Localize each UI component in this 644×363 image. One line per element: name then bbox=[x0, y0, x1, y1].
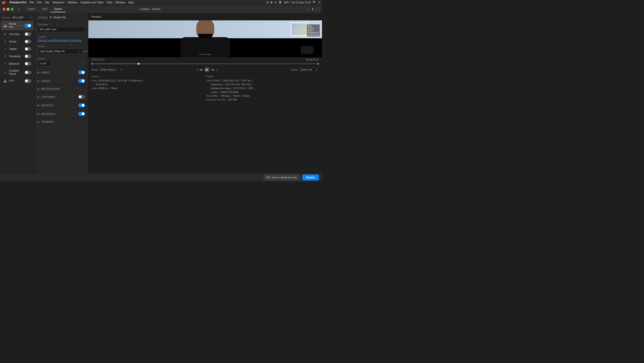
menu-clip[interactable]: Clip bbox=[45, 1, 50, 4]
location-link[interactable]: /Volume_ugust/Photography Purchases/ bbox=[38, 39, 85, 42]
playback-controls: ⟨ ⏮ ▶ ⏭ ⟩ bbox=[196, 67, 218, 72]
font-icon[interactable]: A bbox=[275, 1, 276, 4]
section-audio[interactable]: ▶ AUDIO bbox=[35, 77, 88, 85]
step-forward-button[interactable]: ⏭ bbox=[212, 68, 215, 71]
menu-sequence[interactable]: Sequence bbox=[52, 1, 64, 4]
sidebar-item-youtube[interactable]: ▶ YouTube bbox=[1, 31, 34, 38]
main-area: Source: MVI_0967 ••• 📤 Media File ••• ▶ … bbox=[0, 14, 322, 173]
video-toggle[interactable] bbox=[78, 71, 85, 74]
tab-export[interactable]: Export bbox=[50, 6, 66, 12]
youtube-toggle[interactable] bbox=[24, 32, 31, 36]
sidebar-item-creative-cloud[interactable]: ☁ Creative Cloud bbox=[1, 68, 34, 77]
video-preview[interactable]: ItalyFranceSpainSwitzerlandNetherlands T… bbox=[88, 20, 322, 57]
menu-graphics[interactable]: Graphics and Titles bbox=[80, 1, 104, 4]
twitter-icon: 𝕏 bbox=[3, 48, 7, 51]
timeline-track[interactable] bbox=[94, 63, 316, 64]
sidebar-item-label-vimeo: Vimeo bbox=[9, 40, 23, 43]
sidebar-item-ftp[interactable]: 📤 FTP bbox=[1, 78, 34, 84]
home-icon[interactable]: ⌂ bbox=[18, 7, 20, 11]
sidebar-item-label-media-file: Media File bbox=[9, 22, 18, 29]
section-captions[interactable]: ▶ CAPTIONS bbox=[35, 92, 88, 101]
section-multiplexer[interactable]: ▶ MULTIPLEXER bbox=[35, 85, 88, 92]
section-metadata[interactable]: ▶ METADATA bbox=[35, 109, 88, 118]
output-video-color: 203 (75% HLG, 58% PQ) bbox=[226, 83, 250, 86]
timeline-playhead[interactable] bbox=[138, 63, 140, 65]
send-to-encoder-button[interactable]: Me Send to Media Encoder bbox=[264, 175, 300, 180]
tab-edit[interactable]: Edit bbox=[39, 6, 51, 12]
sidebar-item-label-youtube: YouTube bbox=[9, 33, 23, 36]
ftp-toggle[interactable] bbox=[24, 79, 31, 83]
audio-chevron-icon: ▶ bbox=[38, 80, 40, 82]
preset-field: Preset High Quality 1080p HD Match Sourc… bbox=[35, 44, 88, 56]
export-button[interactable]: Export bbox=[302, 175, 319, 180]
section-general[interactable]: ▶ GENERAL bbox=[35, 118, 88, 125]
menu-edit[interactable]: Edit bbox=[37, 1, 42, 4]
preset-more-icon[interactable]: ••• bbox=[84, 50, 88, 53]
search-icon[interactable]: 🔍 bbox=[313, 1, 316, 4]
menu-view[interactable]: View bbox=[107, 1, 112, 4]
audio-toggle[interactable] bbox=[78, 79, 85, 83]
output-video-label: Video: bbox=[206, 80, 213, 82]
output-audio-label: Audio: bbox=[206, 95, 213, 97]
menu-window[interactable]: Window bbox=[116, 1, 125, 4]
timeline-bar[interactable] bbox=[88, 62, 322, 66]
mark-in-button[interactable]: ⟨ bbox=[196, 68, 198, 71]
output-audio-channels: Stereo bbox=[243, 95, 250, 97]
video-picture bbox=[291, 23, 308, 36]
menu-help[interactable]: Help bbox=[128, 1, 134, 4]
preview-panel: Preview ItalyFranceSpainSwitzerlandNethe… bbox=[88, 14, 322, 173]
media-file-toggle[interactable] bbox=[24, 24, 31, 28]
grid-icon[interactable]: ⊞ bbox=[266, 1, 268, 4]
mark-out-button[interactable]: ⟩ bbox=[216, 68, 218, 71]
maximize-icon[interactable]: ⤢ bbox=[306, 8, 309, 11]
section-effects[interactable]: ▶ EFFECTS bbox=[35, 101, 88, 109]
file-name-input[interactable] bbox=[38, 27, 85, 32]
controlcenter-icon[interactable]: ⊙ bbox=[318, 1, 320, 4]
format-field: Format H.264 H.265 ProRes bbox=[35, 56, 88, 68]
twitter-toggle[interactable] bbox=[24, 47, 31, 51]
effects-toggle[interactable] bbox=[78, 103, 85, 107]
preset-select[interactable]: High Quality 1080p HD Match Source - Ada… bbox=[38, 49, 82, 54]
ftp-icon: 📤 bbox=[3, 80, 7, 83]
source-audio-channels: Stereo bbox=[111, 87, 118, 90]
media-file-more-icon[interactable]: ••• bbox=[20, 24, 23, 27]
wifi-icon[interactable]: WiFi bbox=[284, 1, 289, 4]
fullscreen-button[interactable] bbox=[11, 8, 14, 11]
output-video-pass: 1 pass bbox=[211, 91, 217, 93]
sidebar-item-twitter[interactable]: 𝕏 Twitter bbox=[1, 46, 34, 52]
filesize-label: Estimated File Size: bbox=[206, 99, 226, 101]
captions-toggle[interactable] bbox=[78, 95, 85, 99]
more-options-icon[interactable]: ••• bbox=[29, 16, 33, 19]
menu-file[interactable]: File bbox=[30, 1, 34, 4]
sidebar-item-media-file[interactable]: 📤 Media File ••• bbox=[1, 21, 34, 30]
share-icon[interactable]: ⬆ bbox=[311, 8, 314, 11]
step-back-button[interactable]: ⏮ bbox=[200, 68, 202, 71]
sidebar-item-facebook[interactable]: f Facebook bbox=[1, 53, 34, 60]
sidebar-item-vimeo[interactable]: V Vimeo bbox=[1, 38, 34, 45]
play-circle-icon[interactable]: ▶ bbox=[271, 1, 272, 4]
sidebar-item-label-creative-cloud: Creative Cloud bbox=[9, 69, 23, 75]
traffic-lights bbox=[3, 8, 14, 11]
apple-icon[interactable]: 🍎 bbox=[2, 1, 6, 4]
timeline-end-dot bbox=[317, 63, 319, 65]
scaling-select[interactable]: Scale to fit Scale to fill Stretch to fi… bbox=[299, 67, 316, 72]
app-name[interactable]: Premiere Pro bbox=[10, 1, 26, 4]
vimeo-toggle[interactable] bbox=[24, 40, 31, 44]
format-select[interactable]: H.264 H.265 ProRes bbox=[38, 61, 50, 66]
metadata-toggle[interactable] bbox=[78, 112, 85, 116]
audio-section-label: AUDIO bbox=[41, 80, 77, 82]
range-select[interactable]: Entire Source In to Out Work Area bbox=[99, 67, 117, 72]
sidebar-item-behance[interactable]: Be Behance bbox=[1, 60, 34, 67]
close-button[interactable] bbox=[3, 8, 5, 11]
behance-toggle[interactable] bbox=[24, 62, 31, 66]
expand-icon[interactable]: ⛶ bbox=[316, 8, 319, 11]
play-button[interactable]: ▶ bbox=[204, 67, 210, 72]
tab-import[interactable]: Import bbox=[24, 6, 39, 12]
facebook-toggle[interactable] bbox=[24, 54, 31, 58]
section-video[interactable]: ▶ VIDEO bbox=[35, 68, 88, 77]
menu-markers[interactable]: Markers bbox=[68, 1, 77, 4]
range-label: Range bbox=[92, 69, 98, 71]
minimize-button[interactable] bbox=[7, 8, 10, 11]
creative-cloud-toggle[interactable] bbox=[24, 71, 31, 74]
video-camera bbox=[301, 46, 313, 54]
